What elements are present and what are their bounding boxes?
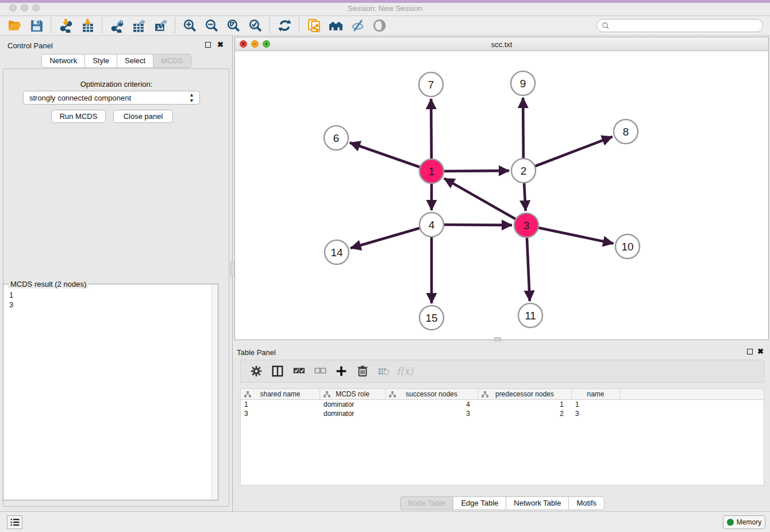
float-panel-icon[interactable]: [205, 42, 211, 48]
edge-1-6[interactable]: [350, 142, 432, 171]
graph-node-15[interactable]: 15: [419, 306, 444, 330]
export-table-button[interactable]: [128, 17, 149, 34]
tab-node-table[interactable]: Node Table: [400, 496, 454, 510]
clone-network-button[interactable]: [303, 17, 325, 34]
deselect-all-icon: [314, 365, 326, 377]
horizontal-splitter-grip[interactable]: [494, 337, 501, 341]
show-columns-button[interactable]: [267, 362, 288, 380]
import-table-button[interactable]: [76, 17, 98, 34]
graph-node-6[interactable]: 6: [324, 126, 348, 150]
edge-3-10[interactable]: [526, 225, 614, 244]
open-file-button[interactable]: [3, 17, 25, 34]
toolbar-separator: [270, 18, 270, 34]
edge-3-1[interactable]: [444, 178, 526, 225]
column-label: successor nodes: [406, 390, 457, 398]
optimization-dropdown[interactable]: strongly connected component ▲▼: [23, 91, 200, 105]
graph-node-14[interactable]: 14: [325, 240, 349, 264]
delete-row-button[interactable]: [352, 362, 373, 380]
column-label: MCDS role: [336, 390, 369, 398]
search-box[interactable]: [596, 19, 763, 32]
refresh-view-icon: [278, 18, 292, 33]
select-all-button[interactable]: [288, 362, 309, 380]
table-cell[interactable]: dominator: [320, 409, 386, 418]
column-header-MCDS-role[interactable]: MCDS role: [320, 389, 386, 399]
toolbar-separator: [51, 18, 51, 34]
optimization-criterion-label: Optimization criterion:: [0, 80, 233, 88]
node-label: 14: [330, 246, 343, 259]
titlebar-accent: [0, 0, 770, 3]
node-label: 8: [623, 126, 629, 138]
app-titlebar: Session: New Session: [0, 0, 770, 16]
mcds-result-lines: 13: [9, 290, 13, 310]
graph-node-2[interactable]: 2: [511, 159, 536, 183]
export-network-icon: [110, 18, 124, 33]
tab-network-table[interactable]: Network Table: [506, 496, 569, 510]
table-cell[interactable]: 1: [572, 400, 620, 409]
tab-mcds[interactable]: MCDS: [153, 54, 191, 68]
export-network-button[interactable]: [106, 17, 128, 34]
graph-node-9[interactable]: 9: [511, 71, 535, 95]
table-row[interactable]: 1dominator411: [241, 400, 764, 409]
close-table-panel-icon[interactable]: ✖: [757, 347, 764, 356]
table-cell[interactable]: 3: [572, 409, 620, 418]
search-input[interactable]: [610, 20, 763, 31]
table-body: 1dominator4113dominator323: [241, 400, 764, 418]
graph-node-10[interactable]: 10: [615, 234, 640, 259]
graph-node-11[interactable]: 11: [518, 303, 542, 327]
table-cell[interactable]: 1: [241, 400, 320, 409]
table-cell[interactable]: 2: [478, 409, 572, 418]
table-cell[interactable]: 4: [386, 400, 478, 409]
tab-edge-table[interactable]: Edge Table: [453, 496, 506, 510]
open-file-icon: [7, 18, 22, 33]
table-cell[interactable]: 3: [241, 409, 320, 418]
run-mcds-button[interactable]: Run MCDS: [51, 110, 106, 123]
column-header-shared-name[interactable]: shared name: [241, 389, 320, 399]
zoom-selected-button[interactable]: [244, 17, 266, 34]
table-row[interactable]: 3dominator323: [241, 409, 764, 418]
close-panel-icon[interactable]: ✖: [217, 40, 224, 49]
task-history-button[interactable]: [7, 515, 22, 529]
node-table: shared name MCDS role successor nodes pr…: [240, 388, 764, 485]
zoom-out-button[interactable]: [201, 17, 222, 34]
graph-node-7[interactable]: 7: [419, 72, 443, 97]
zoom-fit-button[interactable]: [222, 17, 244, 34]
control-panel-header: Control Panel ✖: [0, 36, 233, 54]
add-row-button[interactable]: [330, 362, 352, 380]
float-table-panel-icon[interactable]: [747, 349, 753, 354]
close-panel-button[interactable]: Close panel: [113, 110, 173, 123]
table-tabs: Node TableEdge TableNetwork TableMotifs: [234, 496, 770, 510]
table-cell[interactable]: dominator: [320, 400, 386, 409]
network-canvas[interactable]: 7968124314101511: [235, 51, 768, 340]
tab-select[interactable]: Select: [117, 54, 153, 68]
table-cell[interactable]: 3: [386, 409, 478, 418]
graph-node-8[interactable]: 8: [614, 119, 638, 144]
tab-style[interactable]: Style: [85, 54, 117, 68]
app-title: Session: New Session: [0, 4, 770, 13]
result-scrollbar[interactable]: [211, 284, 218, 500]
memory-button[interactable]: Memory: [723, 515, 765, 529]
edge-2-8[interactable]: [523, 137, 613, 171]
save-session-button[interactable]: [25, 17, 47, 34]
tab-motifs[interactable]: Motifs: [569, 496, 605, 510]
column-header-name[interactable]: name: [572, 389, 620, 399]
graph-node-1[interactable]: 1: [419, 159, 444, 183]
deselect-all-button[interactable]: [309, 362, 330, 380]
graph-node-4[interactable]: 4: [419, 213, 444, 237]
export-image-button[interactable]: [149, 17, 171, 34]
column-header-successor-nodes[interactable]: successor nodes: [386, 389, 478, 399]
table-cell[interactable]: 1: [478, 400, 572, 409]
column-header-predecessor-nodes[interactable]: predecessor nodes: [478, 389, 572, 399]
hierarchy-icon: [389, 391, 396, 398]
table-panel: Table Panel ✖ f(x) shared name MCDS role…: [234, 342, 770, 511]
hide-eye-button[interactable]: [346, 17, 368, 34]
zoom-in-button[interactable]: [179, 17, 201, 34]
graph-node-3[interactable]: 3: [514, 213, 538, 237]
node-label: 3: [523, 219, 530, 232]
tab-network[interactable]: Network: [41, 54, 85, 68]
show-eye-button[interactable]: [368, 17, 390, 34]
network-window-titlebar[interactable]: ✕ − + scc.txt: [235, 37, 768, 51]
settings-gear-button[interactable]: [245, 362, 267, 380]
open-home-button[interactable]: [325, 17, 346, 34]
refresh-view-button[interactable]: [274, 17, 295, 34]
import-network-button[interactable]: [55, 17, 76, 34]
